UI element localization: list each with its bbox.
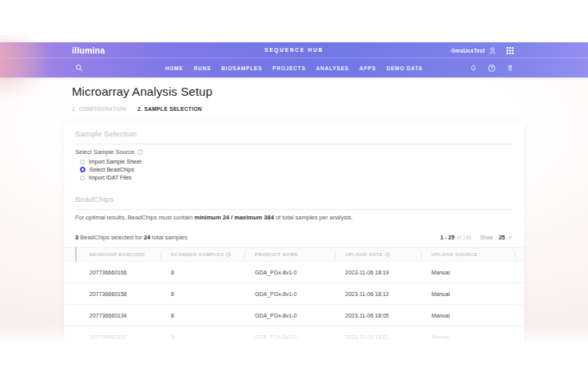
cell-barcode: 207736660158 — [89, 291, 161, 297]
cell-scanned-samples: 8 — [161, 270, 245, 275]
nav-item-runs[interactable]: RUNS — [193, 65, 211, 71]
page-size-dropdown[interactable]: 25 — [499, 235, 513, 240]
sample-source-options: Import Sample Sheet Select BeadChips Imp… — [80, 159, 141, 180]
upload-date-help-icon[interactable]: ? — [385, 252, 390, 257]
bottom-white-area — [0, 351, 588, 379]
cell-scanned-samples: 8 — [161, 291, 245, 297]
notifications-bell-icon[interactable] — [470, 64, 477, 72]
divider — [75, 144, 513, 144]
wizard-steps: 1. CONFIGURATION 2. SAMPLE SELECTION — [72, 106, 202, 112]
cell-barcode: 207736660166 — [89, 270, 161, 275]
sample-source-help-icon[interactable]: ? — [137, 149, 143, 155]
cell-upload-date: 2023-11-06 18:05 — [336, 313, 422, 318]
search-icon[interactable] — [75, 64, 83, 72]
beadchips-note: For optimal results, BeadChips must cont… — [75, 214, 353, 221]
column-header-beadchip-barcode[interactable]: BEADCHIP BARCODE — [89, 251, 161, 259]
nav-item-projects[interactable]: PROJECTS — [272, 65, 305, 71]
pagination-total: of 165 — [457, 235, 471, 240]
table-row: 207736660158 8 GDA_PGx-8v1-0 2023-11-06 … — [64, 283, 524, 305]
cell-upload-source: Manual — [422, 270, 515, 275]
trash-icon[interactable] — [507, 64, 514, 72]
cell-barcode: 207736660134 — [89, 313, 161, 318]
table-row: 207736660166 8 GDA_PGx-8v1-0 2023-11-06 … — [64, 262, 524, 283]
table-row: 207736660134 8 GDA_PGx-8v1-0 2023-11-06 … — [64, 305, 524, 326]
cell-product-name: GDA_PGx-8v1-0 — [245, 291, 336, 297]
pagination-range: 1 - 25 — [440, 235, 455, 240]
nav-item-demo-data[interactable]: DEMO DATA — [387, 65, 423, 71]
radio-icon-selected[interactable] — [80, 167, 85, 172]
radio-import-idat-files[interactable]: Import IDAT Files — [80, 175, 141, 180]
column-header-scanned-samples[interactable]: SCANNED SAMPLES? — [161, 251, 245, 259]
user-name: GmsUcsTest — [451, 48, 485, 53]
person-icon — [488, 46, 497, 55]
cell-upload-source: Manual — [422, 291, 515, 297]
main-nav: HOME RUNS BIOSAMPLES PROJECTS ANALYSES A… — [165, 58, 423, 77]
user-menu[interactable]: GmsUcsTest — [451, 42, 514, 58]
select-all-cell — [75, 247, 89, 262]
cell-upload-source: Manual — [422, 313, 515, 318]
sample-source-label-row: Select Sample Source ? — [75, 148, 143, 156]
help-icon[interactable]: ? — [488, 65, 495, 72]
divider — [75, 209, 513, 210]
app-header: illumina SEQUENCE HUB GmsUcsTest — [0, 42, 588, 77]
scanned-samples-help-icon[interactable]: ? — [226, 252, 231, 257]
beadchips-table: BEADCHIP BARCODE SCANNED SAMPLES? PRODUC… — [64, 247, 524, 348]
cell-product-name: GDA_PGx-8v1-0 — [245, 313, 336, 318]
column-header-upload-date[interactable]: UPLOAD DATE? — [336, 251, 422, 259]
cell-scanned-samples: 8 — [161, 334, 245, 340]
beadchips-heading: BeadChips — [75, 195, 113, 203]
sample-source-label: Select Sample Source — [75, 148, 134, 156]
cell-barcode: 207736660110 — [89, 334, 161, 340]
selection-summary-row: 3 BeadChips selected for 24 total sample… — [75, 232, 513, 243]
nav-item-biosamples[interactable]: BIOSAMPLES — [221, 65, 262, 71]
select-all-checkbox[interactable] — [75, 247, 77, 262]
cell-product-name: GDA_PGx-8v1-0 — [245, 270, 336, 275]
step-configuration[interactable]: 1. CONFIGURATION — [72, 106, 126, 112]
chevron-down-icon — [507, 235, 513, 239]
step-sample-selection[interactable]: 2. SAMPLE SELECTION — [137, 106, 202, 112]
sample-selection-heading: Sample Selection — [75, 129, 137, 138]
header-nav-bar: HOME RUNS BIOSAMPLES PROJECTS ANALYSES A… — [0, 58, 588, 77]
column-header-product-name[interactable]: PRODUCT NAME — [245, 251, 336, 259]
show-label: Show — [480, 235, 493, 240]
table-row-partially-visible: 207736660110 8 GDA_PGx-8v1-0 2023-11-06 … — [64, 326, 524, 348]
content-card: Sample Selection Select Sample Source ? … — [64, 121, 524, 353]
cell-product-name: GDA_PGx-8v1-0 — [245, 334, 336, 340]
radio-import-sample-sheet[interactable]: Import Sample Sheet — [80, 159, 141, 164]
nav-item-apps[interactable]: APPS — [360, 65, 376, 71]
nav-item-analyses[interactable]: ANALYSES — [316, 65, 349, 71]
cell-upload-source: Manual — [422, 334, 515, 340]
cell-upload-date: 2023-11-06 18:01 — [336, 334, 422, 340]
cell-upload-date: 2023-11-06 18:12 — [336, 291, 422, 297]
header-top-bar: illumina SEQUENCE HUB GmsUcsTest — [0, 42, 588, 58]
radio-icon[interactable] — [80, 176, 85, 180]
page-title: Microarray Analysis Setup — [72, 85, 213, 98]
apps-grid-icon[interactable] — [507, 47, 514, 54]
selection-summary: 3 BeadChips selected for 24 total sample… — [75, 234, 188, 241]
cell-scanned-samples: 8 — [161, 313, 245, 318]
cell-upload-date: 2023-11-06 18:19 — [336, 270, 422, 275]
radio-select-beadchips[interactable]: Select BeadChips — [80, 167, 141, 172]
column-header-upload-source[interactable]: UPLOAD SOURCE — [422, 251, 515, 259]
radio-icon[interactable] — [80, 160, 85, 164]
header-actions: ? — [470, 58, 514, 77]
pagination: 1 - 25 of 165 Show 25 — [440, 235, 513, 240]
table-header-row: BEADCHIP BARCODE SCANNED SAMPLES? PRODUC… — [64, 247, 524, 262]
nav-item-home[interactable]: HOME — [165, 65, 184, 71]
